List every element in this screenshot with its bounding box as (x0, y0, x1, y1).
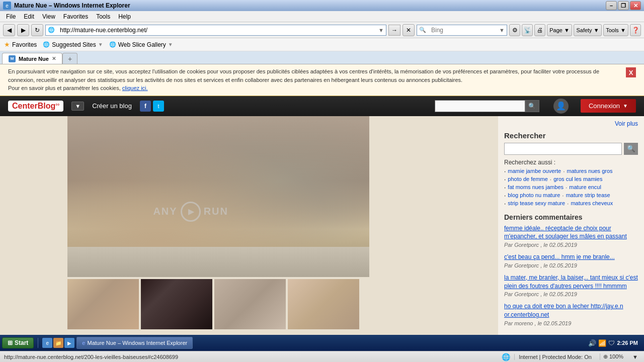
status-zones: 🌐 Internet | Protected Mode: On ⊕ 100% ▼ (502, 353, 640, 361)
search-link-matures-cheveux[interactable]: matures cheveux (571, 200, 613, 207)
ie-taskbar-icon: e (82, 340, 85, 346)
logo-suffix: °° (55, 103, 59, 109)
go-button[interactable]: → (388, 25, 400, 36)
start-button[interactable]: ⊞ Start (2, 337, 34, 348)
menu-favorites[interactable]: Favorites (59, 12, 92, 21)
globe-icon: 🌐 (502, 353, 510, 361)
search-link-gros-cul[interactable]: gros cul les mamies (553, 176, 602, 183)
bullet4: · (504, 192, 506, 199)
thumbnails-row (67, 277, 496, 331)
facebook-button[interactable]: f (140, 101, 151, 112)
cookie-link[interactable]: cliquez ici. (122, 85, 148, 91)
tab-close-button[interactable]: ✕ (52, 56, 56, 61)
page-button[interactable]: Page ▼ (547, 24, 572, 36)
ie-icon-2: 🌐 (109, 41, 116, 48)
navbar-search-button[interactable]: 🔍 (525, 100, 539, 112)
safety-button[interactable]: Safety ▼ (574, 24, 602, 36)
rss-icon[interactable]: 📡 (522, 24, 533, 36)
title-bar-text: Mature Nue – Windows Internet Explorer (14, 2, 130, 9)
menu-view[interactable]: View (38, 12, 59, 21)
print-icon[interactable]: 🖨 (534, 24, 545, 36)
menu-edit[interactable]: Edit (20, 12, 38, 21)
restore-button[interactable]: ❐ (618, 1, 629, 10)
web-slice-link[interactable]: 🌐 Web Slice Gallery ▼ (109, 41, 173, 48)
creer-blog-link[interactable]: Créer un blog (92, 102, 132, 110)
left-sidebar (0, 116, 65, 347)
close-button[interactable]: ✕ (630, 1, 641, 10)
bullet2: · (504, 176, 506, 183)
help-button[interactable]: ❓ (630, 24, 641, 36)
minimize-button[interactable]: – (606, 1, 617, 10)
search-input[interactable] (428, 25, 497, 35)
tools-icon[interactable]: ⚙ (509, 24, 520, 36)
new-tab-button[interactable]: + (62, 53, 77, 64)
cookie-bar: En poursuivant votre navigation sur ce s… (0, 64, 644, 96)
voir-plus-link[interactable]: Voir plus (615, 120, 638, 127)
navbar-search-input[interactable] (435, 100, 525, 112)
comment-text-4[interactable]: ho que ca doit etre bon a lecher http://… (504, 302, 638, 319)
logo-dropdown-button[interactable]: ▼ (71, 102, 84, 111)
forward-button[interactable]: ▶ (17, 24, 29, 36)
connexion-button[interactable]: Connexion ▼ (581, 99, 636, 113)
refresh-button[interactable]: ↻ (31, 24, 43, 36)
user-icon[interactable]: 👤 (553, 99, 569, 114)
start-label: Start (15, 339, 28, 346)
search-link-photo[interactable]: photo de femme (508, 176, 548, 183)
thumbnail-3[interactable] (214, 279, 286, 329)
sidebar-search-button[interactable]: 🔍 (624, 143, 638, 155)
search-link-mature-encul[interactable]: mature encul (569, 184, 601, 191)
search-link-mamie[interactable]: mamie jambe ouverte (508, 168, 561, 175)
ie-icon: 🌐 (43, 41, 50, 48)
search-link-strip-sexy[interactable]: strip tease sexy mature (508, 200, 565, 207)
tools-button[interactable]: Tools ▼ (603, 24, 628, 36)
menu-tools[interactable]: Tools (92, 12, 114, 21)
back-button[interactable]: ◀ (3, 24, 15, 36)
web-slice-label: Web Slice Gallery (118, 41, 166, 48)
comment-text-2[interactable]: c'est beau ça pend... hmm je me branle..… (504, 253, 638, 261)
web-slice-chevron: ▼ (168, 42, 173, 47)
tray-icon-1[interactable]: 🔊 (588, 339, 596, 347)
stop-button[interactable]: ✕ (403, 24, 415, 36)
quick-launch: e 📁 ▶ (42, 338, 74, 348)
zoom-dropdown[interactable]: ▼ (630, 354, 640, 360)
search-links-row5: · strip tease sexy mature · matures chev… (504, 200, 638, 207)
anyrun-logo (181, 202, 201, 222)
search-link-blog-photo[interactable]: blog photo nu mature (508, 192, 560, 199)
comment-text-3[interactable]: la mater, me branler, la baiser,.. tant … (504, 274, 638, 291)
favorites-bar: ★ Favorites 🌐 Suggested Sites ▼ 🌐 Web Sl… (0, 38, 644, 51)
zoom-level[interactable]: ⊕ 100% (600, 353, 626, 360)
comment-text-1[interactable]: femme idéale.. réceptacle de choix pour … (504, 224, 638, 241)
taskbar-ie-window[interactable]: e Mature Nue – Windows Internet Explorer (76, 337, 193, 349)
search-links-row3: · fat moms nues jambes · mature encul (504, 184, 638, 191)
media-quick-launch[interactable]: ▶ (64, 338, 74, 348)
main-image[interactable]: ANY RUN (67, 116, 369, 277)
twitter-button[interactable]: t (153, 101, 164, 112)
suggested-sites-link[interactable]: 🌐 Suggested Sites ▼ (43, 41, 103, 48)
ie-quick-launch[interactable]: e (42, 338, 52, 348)
search-link-matures-nues[interactable]: matures nues gros (567, 168, 612, 175)
cookie-close-button[interactable]: X (626, 67, 636, 77)
menu-file[interactable]: File (2, 12, 20, 21)
favorites-button[interactable]: ★ Favorites (4, 41, 37, 48)
tray-icon-3[interactable]: 🛡 (608, 339, 615, 347)
search-link-fat-moms[interactable]: fat moms nues jambes (508, 184, 564, 191)
bullet5: · (504, 200, 506, 207)
cookie-text: En poursuivant votre navigation sur ce s… (8, 67, 621, 93)
comment-block-3: la mater, me branler, la baiser,.. tant … (504, 274, 638, 298)
zone-label: Internet | Protected Mode: On (514, 354, 596, 360)
tray-icon-2[interactable]: 📶 (598, 339, 606, 347)
suggested-sites-label: Suggested Sites (52, 41, 96, 48)
menu-help[interactable]: Help (114, 12, 135, 21)
centerblog-logo[interactable]: Center Blog °° (8, 101, 63, 112)
sidebar-search-input[interactable] (504, 143, 622, 155)
bullet1: · (504, 168, 506, 175)
address-input[interactable] (57, 25, 376, 35)
search-link-mature-strip[interactable]: mature strip tease (566, 192, 610, 199)
thumbnail-4[interactable] (288, 279, 359, 329)
thumbnail-1[interactable] (67, 279, 139, 329)
thumbnail-2[interactable] (141, 279, 212, 329)
sep2: · (550, 176, 551, 183)
rechercher-title: Rechercher (504, 131, 638, 140)
folder-quick-launch[interactable]: 📁 (53, 338, 63, 348)
tab-mature-nue[interactable]: M Mature Nue ✕ (2, 53, 62, 64)
